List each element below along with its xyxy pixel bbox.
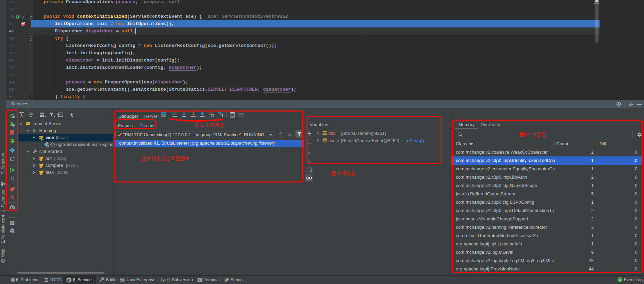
svg-text:1: 1 (619, 278, 621, 282)
